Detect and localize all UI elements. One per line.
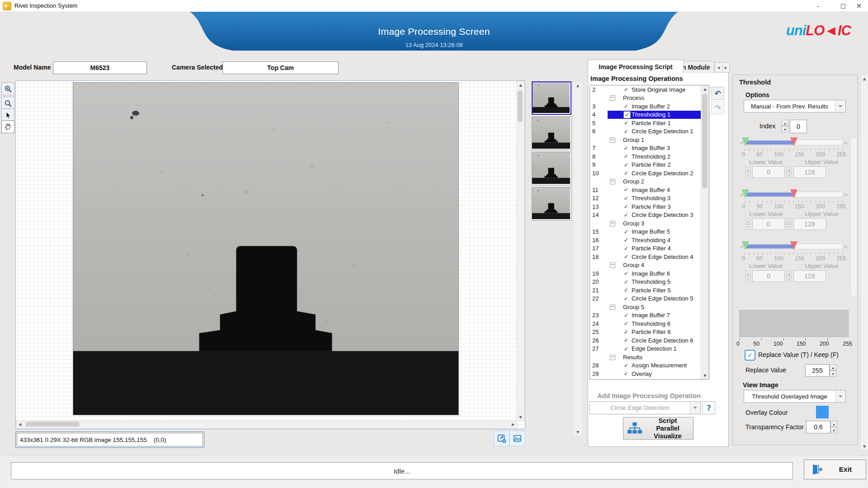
thumbnail-scrollbar[interactable]: ▲ ▼ [573, 81, 583, 436]
spin-down-icon[interactable]: ▼ [830, 371, 836, 377]
upper-value-handle[interactable] [790, 137, 797, 146]
dropdown-arrow-icon[interactable] [835, 100, 845, 112]
operation-row[interactable]: 19✓Image Buffer 6 [590, 269, 701, 278]
operation-row[interactable]: 12✓Thresholding 3 [590, 194, 701, 203]
thumbnail-2[interactable] [532, 117, 571, 150]
spin-down-icon[interactable]: ▼ [830, 427, 837, 433]
list-scrollbar[interactable]: ▲ ▼ [701, 85, 709, 379]
scroll-down-icon[interactable]: ▼ [701, 372, 709, 379]
operation-row[interactable]: 9✓Particle Filter 2 [590, 161, 701, 169]
upper-value-field[interactable]: 128 [793, 270, 826, 282]
upper-value-field[interactable]: 128 [793, 218, 826, 230]
operation-group-row[interactable]: −Group 2 [590, 178, 701, 186]
lower-value-handle[interactable] [742, 189, 749, 198]
collapse-icon[interactable]: − [610, 221, 615, 226]
upper-value-spinner[interactable]: ▲▼ [787, 167, 792, 178]
thumbnail-3[interactable] [532, 152, 571, 185]
operation-group-row[interactable]: −Group 1 [590, 136, 701, 144]
operation-row[interactable]: 23✓Image Buffer 7 [590, 311, 701, 320]
camera-selected-field[interactable]: Top Cam [222, 61, 339, 74]
scroll-up-icon[interactable]: ▲ [573, 82, 582, 89]
main-image[interactable] [73, 83, 458, 415]
exit-button[interactable]: Exit [804, 460, 866, 479]
undo-button[interactable]: ↶ [711, 87, 724, 100]
lower-value-spinner[interactable]: ▲▼ [745, 271, 750, 282]
operation-row[interactable]: 10✓Circle Edge Detection 2 [590, 169, 701, 178]
replace-value[interactable]: 255 [805, 364, 830, 377]
scroll-down-icon[interactable]: ▼ [861, 443, 868, 450]
lower-value-field[interactable]: 0 [752, 218, 785, 230]
index-value[interactable]: 0 [790, 120, 807, 133]
collapse-icon[interactable]: − [610, 305, 615, 310]
operation-row[interactable]: 25✓Particle Filter 6 [590, 328, 701, 337]
operation-row[interactable]: 18✓Circle Edge Detection 4 [590, 253, 701, 261]
image-viewer[interactable]: ▲ ▼ ◀ ▶ [15, 80, 525, 429]
scroll-right-icon[interactable]: ▶ [509, 421, 517, 428]
scroll-up-icon[interactable]: ▲ [861, 75, 868, 82]
operation-row[interactable]: 3✓Image Buffer 2 [590, 102, 701, 111]
minimize-button[interactable]: – [809, 0, 827, 11]
close-button[interactable]: × [850, 0, 868, 11]
scrollbar-thumb[interactable] [702, 94, 708, 188]
operation-row[interactable]: 7✓Image Buffer 3 [590, 144, 701, 153]
slider-track[interactable] [745, 140, 843, 145]
add-operation-dropdown[interactable]: Circle Edge Detection [590, 401, 701, 414]
operations-list[interactable]: 2✓Store Original Image−Process3✓Image Bu… [590, 85, 709, 380]
window-scrollbar[interactable]: ▲ ▼ [860, 75, 868, 450]
operation-row[interactable]: 20✓Thresholding 5 [590, 278, 701, 286]
lower-value-handle[interactable] [742, 137, 749, 146]
operation-row[interactable]: 22✓Circle Edge Detection 5 [590, 295, 701, 303]
panel-side-scrollbar[interactable] [850, 137, 857, 296]
scroll-up-icon[interactable]: ▲ [701, 85, 709, 93]
spin-down-icon[interactable]: ▼ [782, 126, 788, 132]
overlay-colour-swatch[interactable] [816, 406, 829, 418]
scroll-down-icon[interactable]: ▼ [517, 413, 524, 421]
lower-value-spinner[interactable]: ▲▼ [745, 167, 750, 178]
tab-scroll-left-icon[interactable]: ◀ [715, 62, 722, 73]
operation-row[interactable]: 13✓Particle Filter 3 [590, 202, 701, 211]
view-image-dropdown[interactable]: Threshold Overlayed Image [744, 390, 846, 403]
viewer-vertical-scrollbar[interactable]: ▲ ▼ [516, 81, 525, 421]
operation-row[interactable]: 16✓Thresholding 4 [590, 236, 701, 244]
scroll-down-icon[interactable]: ▼ [573, 428, 582, 436]
scrollbar-thumb[interactable] [25, 422, 80, 427]
operation-row[interactable]: 21✓Particle Filter 5 [590, 286, 701, 295]
operation-group-row[interactable]: −Results [590, 353, 701, 361]
pan-tool-button[interactable] [1, 120, 14, 133]
tab-image-processing-script[interactable]: Image Processing Script [588, 60, 684, 74]
upper-value-spinner[interactable]: ▲▼ [787, 271, 792, 282]
slider-right-arrow-icon[interactable]: ▶ [843, 140, 849, 145]
replace-value-spinner[interactable]: ▲ ▼ [830, 364, 836, 377]
operation-row[interactable]: 17✓Particle Filter 4 [590, 244, 701, 253]
collapse-icon[interactable]: − [610, 179, 615, 184]
operation-row[interactable]: 5✓Particle Filter 1 [590, 119, 701, 127]
zoom-to-fit-button[interactable] [494, 431, 509, 446]
transparency-value[interactable]: 0.6 [806, 421, 830, 433]
view-image-button[interactable] [509, 431, 525, 446]
collapse-icon[interactable]: − [610, 263, 615, 268]
lower-value-spinner[interactable]: ▲▼ [745, 219, 750, 230]
threshold-options-dropdown[interactable]: Manual - From Prev. Results [744, 100, 846, 113]
operation-group-row[interactable]: −Group 3 [590, 219, 701, 228]
lower-value-field[interactable]: 0 [752, 270, 785, 282]
model-name-field[interactable]: M6523 [53, 61, 147, 74]
operation-row[interactable]: 26✓Circle Edge Detection 6 [590, 336, 701, 345]
operation-row[interactable]: 28✓Assign Measurement [590, 361, 701, 370]
zoom-tool-button[interactable] [1, 97, 14, 110]
transparency-spinner[interactable]: ▲ ▼ [830, 421, 837, 433]
help-button[interactable]: ? [703, 401, 715, 414]
replace-value-field[interactable]: 255 ▲ ▼ [805, 364, 836, 377]
collapse-icon[interactable]: − [610, 355, 615, 360]
slider-right-arrow-icon[interactable]: ▶ [843, 192, 849, 197]
slider-right-arrow-icon[interactable]: ▶ [843, 244, 849, 249]
slider-track[interactable] [745, 244, 843, 249]
operation-group-row[interactable]: −Group 5 [590, 303, 701, 311]
spin-up-icon[interactable]: ▲ [830, 364, 836, 371]
operation-row[interactable]: 15✓Image Buffer 5 [590, 228, 701, 236]
scrollbar-thumb[interactable] [518, 90, 523, 122]
collapse-icon[interactable]: − [610, 137, 615, 143]
operation-row[interactable]: 29✓Overlay [590, 370, 701, 378]
thumbnail-4[interactable] [532, 187, 571, 221]
script-parallel-visualize-button[interactable]: Script ParallelVisualize [623, 417, 693, 440]
tab-scroll-right-icon[interactable]: ▶ [722, 62, 730, 73]
